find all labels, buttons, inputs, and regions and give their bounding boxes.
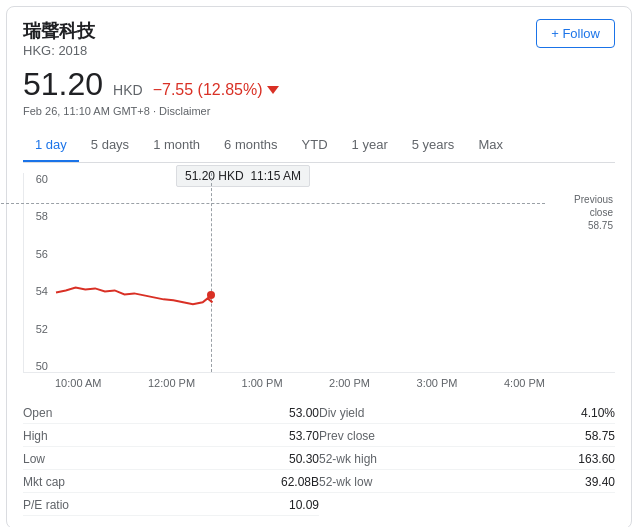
tab-1year[interactable]: 1 year	[340, 129, 400, 162]
y-label-52: 52	[24, 323, 52, 335]
stat-52wklow-value: 39.40	[545, 475, 615, 489]
stat-prevclose-value: 58.75	[545, 429, 615, 443]
stat-open-label: Open	[23, 406, 52, 420]
y-label-54: 54	[24, 285, 52, 297]
company-name: 瑞聲科技	[23, 19, 95, 43]
stat-low-label: Low	[23, 452, 45, 466]
tab-max[interactable]: Max	[466, 129, 515, 162]
stat-low: Low 50.30	[23, 449, 319, 470]
stat-mktcap-label: Mkt cap	[23, 475, 65, 489]
down-arrow-icon	[267, 86, 279, 94]
stats-right: Div yield 4.10% Prev close 58.75 52-wk h…	[319, 403, 615, 516]
stat-pe-value: 10.09	[249, 498, 319, 512]
stat-mktcap: Mkt cap 62.08B	[23, 472, 319, 493]
x-axis: 10:00 AM 12:00 PM 1:00 PM 2:00 PM 3:00 P…	[55, 377, 545, 389]
x-label-1pm: 1:00 PM	[242, 377, 283, 389]
stat-divyield: Div yield 4.10%	[319, 403, 615, 424]
stat-divyield-value: 4.10%	[545, 406, 615, 420]
y-label-58: 58	[24, 210, 52, 222]
stat-high: High 53.70	[23, 426, 319, 447]
x-label-12pm: 12:00 PM	[148, 377, 195, 389]
price-currency: HKD	[113, 82, 143, 98]
stat-52wkhigh: 52-wk high 163.60	[319, 449, 615, 470]
stat-high-label: High	[23, 429, 48, 443]
tab-6months[interactable]: 6 months	[212, 129, 289, 162]
tab-1month[interactable]: 1 month	[141, 129, 212, 162]
tab-ytd[interactable]: YTD	[290, 129, 340, 162]
y-label-50: 50	[24, 360, 52, 372]
price-main: 51.20	[23, 66, 103, 103]
stat-52wklow: 52-wk low 39.40	[319, 472, 615, 493]
y-label-60: 60	[24, 173, 52, 185]
prev-close-label: Previousclose58.75	[574, 193, 613, 232]
tab-5days[interactable]: 5 days	[79, 129, 141, 162]
x-label-10am: 10:00 AM	[55, 377, 101, 389]
chart-area: 60 58 56 54 52 50 Previousclose58.75 51.…	[23, 173, 615, 373]
stats-grid: Open 53.00 High 53.70 Low 50.30 Mkt cap …	[23, 403, 615, 516]
stat-high-value: 53.70	[249, 429, 319, 443]
date-disclaimer: Feb 26, 11:10 AM GMT+8 · Disclaimer	[23, 105, 615, 117]
tab-1day[interactable]: 1 day	[23, 129, 79, 162]
stat-pe: P/E ratio 10.09	[23, 495, 319, 516]
stat-52wklow-label: 52-wk low	[319, 475, 372, 489]
tab-5years[interactable]: 5 years	[400, 129, 467, 162]
stat-52wkhigh-value: 163.60	[545, 452, 615, 466]
stat-divyield-label: Div yield	[319, 406, 364, 420]
stat-open-value: 53.00	[249, 406, 319, 420]
follow-button[interactable]: + Follow	[536, 19, 615, 48]
time-tabs: 1 day 5 days 1 month 6 months YTD 1 year…	[23, 129, 615, 163]
stats-left: Open 53.00 High 53.70 Low 50.30 Mkt cap …	[23, 403, 319, 516]
stat-low-value: 50.30	[249, 452, 319, 466]
stat-pe-label: P/E ratio	[23, 498, 69, 512]
stat-open: Open 53.00	[23, 403, 319, 424]
price-change: −7.55 (12.85%)	[153, 81, 279, 99]
chart-body: Previousclose58.75 51.20 HKD 11:15 AM	[56, 173, 545, 372]
chart-svg	[56, 173, 545, 372]
stat-prevclose: Prev close 58.75	[319, 426, 615, 447]
ticker: HKG: 2018	[23, 43, 95, 58]
x-label-2pm: 2:00 PM	[329, 377, 370, 389]
x-label-4pm: 4:00 PM	[504, 377, 545, 389]
stat-52wkhigh-label: 52-wk high	[319, 452, 377, 466]
stat-mktcap-value: 62.08B	[249, 475, 319, 489]
x-label-3pm: 3:00 PM	[417, 377, 458, 389]
stat-prevclose-label: Prev close	[319, 429, 375, 443]
y-label-56: 56	[24, 248, 52, 260]
